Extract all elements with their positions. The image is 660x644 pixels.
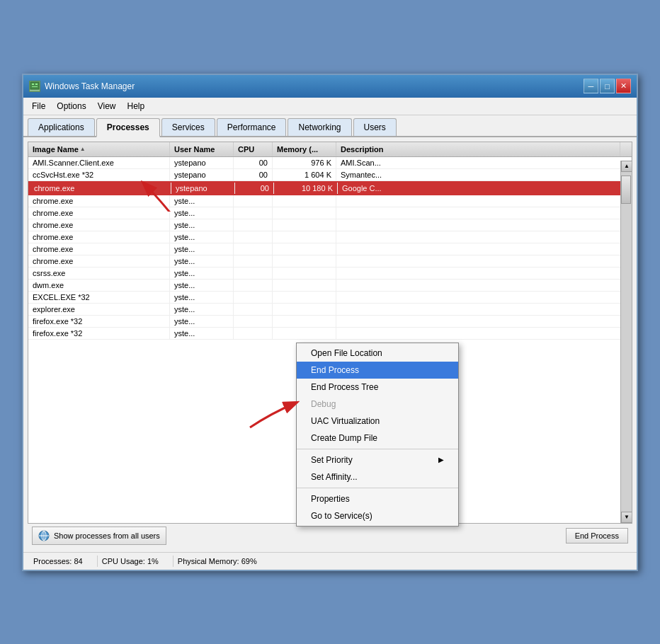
table-row[interactable]: chrome.exe yste...	[28, 243, 632, 255]
cell-desc: Google C...	[338, 183, 630, 194]
maximize-button[interactable]: □	[600, 79, 615, 93]
table-row[interactable]: EXCEL.EXE *32 yste...	[28, 292, 632, 304]
menu-view[interactable]: View	[92, 99, 122, 113]
table-row[interactable]: chrome.exe yste...	[28, 207, 632, 219]
tab-processes[interactable]: Processes	[96, 118, 160, 137]
window-controls: ─ □ ✕	[584, 79, 631, 93]
menubar: File Options View Help	[23, 98, 637, 115]
tabs-container: Applications Processes Services Performa…	[23, 115, 637, 137]
cell-image: chrome.exe	[28, 243, 170, 255]
cell-desc	[336, 292, 632, 303]
cell-user: ystepano	[170, 169, 234, 180]
cell-memory	[273, 219, 336, 231]
col-image-name[interactable]: Image Name ▲	[28, 142, 170, 156]
cell-user: yste...	[170, 219, 234, 231]
tab-networking[interactable]: Networking	[288, 118, 351, 136]
menu-file[interactable]: File	[26, 99, 51, 113]
col-cpu[interactable]: CPU	[234, 142, 273, 156]
table-row[interactable]: explorer.exe yste...	[28, 304, 632, 316]
cell-memory: 1 604 K	[273, 169, 336, 180]
main-content: Image Name ▲ User Name CPU Memory (... D…	[23, 137, 637, 552]
cell-image: chrome.exe	[28, 219, 170, 231]
show-processes-button[interactable]: Show processes from all users	[32, 527, 166, 545]
menu-options[interactable]: Options	[51, 99, 91, 113]
cell-desc	[336, 231, 632, 243]
cell-memory	[273, 207, 336, 219]
menu-help[interactable]: Help	[122, 99, 151, 113]
cell-memory	[273, 328, 336, 339]
submenu-arrow-icon: ▶	[438, 456, 444, 464]
table-row[interactable]: firefox.exe *32 yste...	[28, 316, 632, 328]
scroll-track[interactable]	[621, 172, 632, 512]
globe-icon	[38, 530, 50, 541]
minimize-button[interactable]: ─	[584, 79, 598, 93]
cell-image: chrome.exe	[28, 207, 170, 219]
table-row[interactable]: chrome.exe yste...	[28, 195, 632, 207]
ctx-end-process-tree[interactable]: End Process Tree	[297, 379, 458, 396]
ctx-set-affinity[interactable]: Set Affinity...	[297, 468, 458, 485]
cell-cpu: 00	[234, 157, 273, 168]
tab-performance[interactable]: Performance	[217, 118, 287, 136]
cell-cpu	[234, 207, 273, 219]
table-row[interactable]: ccSvcHst.exe *32 ystepano 00 1 604 K Sym…	[28, 169, 632, 181]
tab-applications[interactable]: Applications	[28, 118, 95, 136]
table-row[interactable]: dwm.exe yste...	[28, 280, 632, 292]
cell-memory	[273, 255, 336, 267]
svg-rect-1	[32, 84, 34, 85]
ctx-open-file-location[interactable]: Open File Location	[297, 345, 458, 362]
col-description[interactable]: Description	[336, 142, 620, 156]
scroll-thumb[interactable]	[621, 176, 631, 204]
tab-users[interactable]: Users	[353, 118, 397, 136]
cell-memory	[273, 231, 336, 243]
table-row-selected[interactable]: chrome.exe ystepano 00 10 180 K Google C…	[28, 181, 632, 195]
col-user-name[interactable]: User Name	[170, 142, 234, 156]
table-row[interactable]: chrome.exe yste...	[28, 255, 632, 268]
scroll-up-button[interactable]: ▲	[621, 161, 632, 172]
cell-cpu	[234, 316, 273, 327]
cell-user: yste...	[170, 231, 234, 243]
cell-image: chrome.exe	[30, 183, 171, 194]
status-processes: Processes: 84	[29, 556, 98, 567]
close-button[interactable]: ✕	[616, 79, 631, 93]
ctx-set-priority[interactable]: Set Priority ▶	[297, 452, 458, 468]
cell-desc	[336, 280, 632, 291]
table-row[interactable]: AMI.Scanner.Client.exe ystepano 00 976 K…	[28, 157, 632, 169]
cell-cpu	[234, 304, 273, 315]
table-row[interactable]: firefox.exe *32 yste...	[28, 328, 632, 340]
ctx-properties[interactable]: Properties	[297, 490, 458, 507]
cell-desc	[336, 316, 632, 327]
cell-cpu	[234, 219, 273, 231]
cell-image: AMI.Scanner.Client.exe	[28, 157, 170, 168]
scrollbar[interactable]: ▲ ▼	[620, 161, 632, 523]
ctx-end-process[interactable]: End Process	[297, 362, 458, 379]
cell-image: firefox.exe *32	[28, 316, 170, 327]
cell-image: chrome.exe	[28, 255, 170, 267]
status-memory: Physical Memory: 69%	[173, 556, 271, 567]
cell-desc	[336, 304, 632, 315]
cell-memory	[273, 268, 336, 279]
cell-memory	[273, 304, 336, 315]
window-title: Windows Task Manager	[45, 81, 135, 91]
ctx-go-to-service[interactable]: Go to Service(s)	[297, 507, 458, 524]
ctx-uac-virtualization[interactable]: UAC Virtualization	[297, 413, 458, 430]
scrollbar-placeholder	[620, 142, 632, 156]
table-row[interactable]: chrome.exe yste...	[28, 231, 632, 243]
tab-services[interactable]: Services	[161, 118, 215, 136]
end-process-button[interactable]: End Process	[566, 528, 628, 544]
cell-cpu	[234, 328, 273, 339]
ctx-create-dump-file[interactable]: Create Dump File	[297, 430, 458, 447]
cell-user: ystepano	[171, 183, 235, 194]
scroll-down-button[interactable]: ▼	[621, 512, 632, 523]
ctx-separator-1	[297, 449, 458, 449]
svg-rect-0	[30, 82, 39, 89]
cell-image: EXCEL.EXE *32	[28, 292, 170, 303]
table-row[interactable]: chrome.exe yste...	[28, 219, 632, 231]
table-row[interactable]: csrss.exe yste...	[28, 268, 632, 280]
cell-user: yste...	[170, 195, 234, 207]
col-memory[interactable]: Memory (...	[273, 142, 336, 156]
titlebar-left: Windows Task Manager	[29, 81, 135, 92]
cell-cpu	[234, 255, 273, 267]
cell-cpu	[234, 231, 273, 243]
cell-desc	[336, 195, 632, 207]
table-header: Image Name ▲ User Name CPU Memory (... D…	[28, 142, 632, 157]
